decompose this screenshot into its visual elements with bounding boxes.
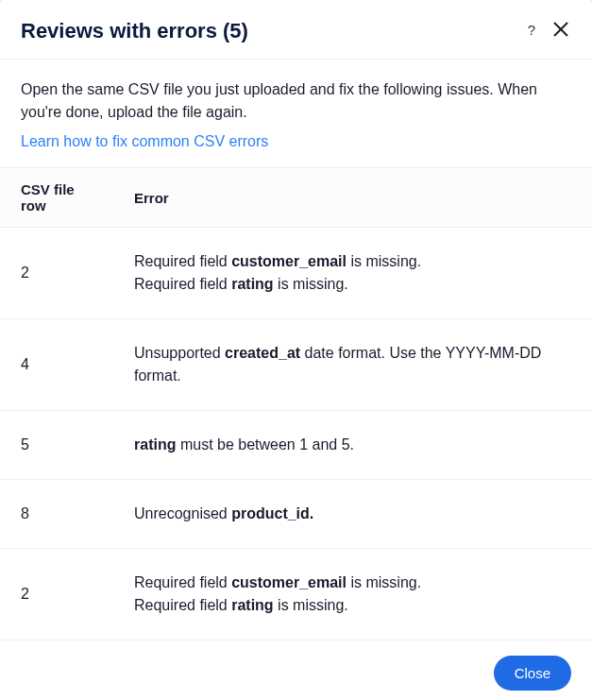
intro-text: Open the same CSV file you just uploaded…: [21, 78, 571, 124]
error-message: rating must be between 1 and 5.: [134, 434, 571, 456]
col-header-row: CSV file row: [0, 168, 113, 228]
row-number-cell: 2: [0, 549, 113, 640]
table-row: 2Required field customer_email is missin…: [0, 549, 592, 640]
error-cell: Unsupported created_at date format. Use …: [113, 319, 592, 411]
dialog-header: Reviews with errors (5) ?: [0, 0, 592, 59]
error-message: Required field rating is missing.: [134, 273, 571, 296]
error-field-name: created_at: [225, 345, 300, 361]
header-actions: ?: [526, 19, 571, 40]
error-message: Required field customer_email is missing…: [134, 572, 571, 594]
row-number-cell: 2: [0, 228, 113, 319]
help-button[interactable]: ?: [526, 20, 537, 40]
intro-section: Open the same CSV file you just uploaded…: [0, 60, 592, 167]
errors-table: CSV file row Error 2Required field custo…: [0, 167, 592, 640]
error-dialog: Reviews with errors (5) ? Open the same …: [0, 0, 592, 700]
table-row: 2Required field customer_email is missin…: [0, 228, 592, 319]
help-icon: ?: [528, 22, 535, 38]
error-cell: rating must be between 1 and 5.: [113, 411, 592, 480]
error-field-name: rating: [134, 436, 176, 452]
error-cell: Unrecognised product_id.: [113, 480, 592, 549]
table-header-row: CSV file row Error: [0, 168, 592, 228]
error-field-name: customer_email: [231, 253, 347, 269]
row-number-cell: 5: [0, 411, 113, 480]
error-field-name: rating: [231, 276, 273, 292]
table-row: 5rating must be between 1 and 5.: [0, 411, 592, 480]
row-number-cell: 8: [0, 480, 113, 549]
close-footer-button[interactable]: Close: [494, 656, 571, 691]
learn-more-link[interactable]: Learn how to fix common CSV errors: [21, 133, 268, 149]
table-row: 4Unsupported created_at date format. Use…: [0, 319, 592, 411]
error-field-name: rating: [231, 597, 273, 613]
error-cell: Required field customer_email is missing…: [113, 549, 592, 640]
error-message: Unrecognised product_id.: [134, 503, 571, 525]
error-message: Required field customer_email is missing…: [134, 250, 571, 273]
row-number-cell: 4: [0, 319, 113, 411]
error-field-name: product_id.: [231, 505, 313, 521]
close-button[interactable]: [550, 19, 571, 40]
dialog-title: Reviews with errors (5): [21, 19, 248, 43]
table-row: 8Unrecognised product_id.: [0, 480, 592, 549]
error-field-name: customer_email: [231, 574, 347, 590]
error-message: Required field rating is missing.: [134, 594, 571, 617]
close-icon: [552, 21, 569, 38]
error-message: Unsupported created_at date format. Use …: [134, 342, 571, 387]
col-header-error: Error: [113, 168, 592, 228]
dialog-footer: Close: [0, 640, 592, 700]
error-cell: Required field customer_email is missing…: [113, 228, 592, 319]
